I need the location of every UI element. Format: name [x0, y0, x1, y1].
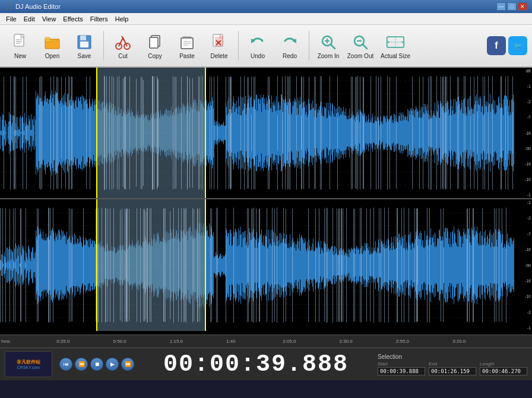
new-button[interactable]: New: [5, 27, 36, 64]
end-label: End: [429, 361, 476, 367]
maximize-button[interactable]: □: [507, 2, 517, 11]
zoom-in-label: Zoom In: [318, 53, 340, 59]
menu-view[interactable]: View: [39, 15, 60, 23]
timeline-ruler: hms 0:25.0 0:50.0 1:15.0 1:40 2:05.0 2:3…: [0, 335, 514, 348]
app-icon: 🎵: [5, 3, 13, 11]
open-button[interactable]: Open: [37, 27, 68, 64]
channel-top[interactable]: dB -1 -2 -7 -16 -90 -16 -10 -1: [0, 68, 532, 199]
logo-text-1: 非凡软件站: [17, 359, 40, 365]
db-scale-bottom: -1 -2 -7 -16 -90 -16 -10 -2 -1: [514, 199, 532, 331]
selection-info: Selection Start End Length: [378, 354, 527, 375]
waveform-top[interactable]: [0, 68, 514, 198]
menu-bar: File Edit View Effects Filters Help: [0, 13, 532, 25]
cut-label: Cut: [118, 53, 128, 59]
minimize-button[interactable]: —: [496, 2, 506, 11]
timeline-hms: hms: [1, 339, 10, 344]
copy-icon: [145, 33, 164, 52]
separator-2: [238, 31, 239, 61]
timeline-255: 2:55.0: [396, 339, 409, 344]
menu-edit[interactable]: Edit: [20, 15, 39, 23]
save-label: Save: [78, 53, 91, 59]
new-label: New: [14, 53, 26, 59]
title-controls[interactable]: — □ ✕: [496, 2, 527, 11]
redo-button[interactable]: Redo: [274, 27, 305, 64]
copy-button[interactable]: Copy: [140, 27, 170, 64]
svg-line-36: [363, 44, 367, 49]
copy-label: Copy: [148, 53, 162, 59]
channel-bottom[interactable]: -1 -2 -7 -16 -90 -16 -10 -2 -1: [0, 199, 532, 331]
title-left: 🎵 DJ Audio Editor: [5, 3, 61, 11]
menu-help[interactable]: Help: [112, 15, 132, 23]
transport-controls[interactable]: ⏮ ⏪ ⏹ ▶ ⏩: [59, 358, 134, 371]
svg-rect-8: [80, 36, 86, 40]
open-label: Open: [45, 53, 59, 59]
toolbar: New Open Save: [0, 25, 532, 68]
timeline-050: 0:50.0: [113, 339, 126, 344]
svg-line-33: [331, 44, 335, 49]
menu-file[interactable]: File: [2, 15, 20, 23]
timeline-115: 1:15.0: [170, 339, 183, 344]
zoom-out-button[interactable]: Zoom Out: [345, 27, 376, 64]
cut-icon: [113, 33, 132, 52]
save-button[interactable]: Save: [69, 27, 100, 64]
waveform-bottom[interactable]: [0, 199, 514, 331]
rewind-button[interactable]: ⏪: [75, 358, 88, 371]
menu-filters[interactable]: Filters: [87, 15, 112, 23]
undo-label: Undo: [251, 53, 265, 59]
save-icon: [75, 33, 94, 52]
logo-area: 非凡软件站 CRSKY.com: [5, 351, 52, 377]
timeline-320: 3:20.0: [452, 339, 466, 344]
zoom-in-button[interactable]: Zoom In: [313, 27, 344, 64]
zoom-in-icon: [319, 33, 338, 52]
timeline-205: 2:05.0: [283, 339, 296, 344]
facebook-button[interactable]: f: [487, 36, 506, 55]
skip-back-button[interactable]: ⏮: [59, 358, 72, 371]
end-input[interactable]: [429, 367, 476, 375]
separator-3: [309, 31, 309, 61]
delete-icon: [210, 33, 229, 52]
actual-size-button[interactable]: Actual Size: [377, 27, 414, 64]
time-display: 00:00:39.888: [141, 351, 370, 378]
zoom-out-label: Zoom Out: [347, 53, 373, 59]
title-bar: 🎵 DJ Audio Editor — □ ✕: [0, 0, 532, 13]
selection-fields: Start End Length: [378, 361, 527, 375]
db-scale-top: dB -1 -2 -7 -16 -90 -16 -10 -1: [514, 68, 532, 198]
delete-button[interactable]: Delete: [204, 27, 235, 64]
undo-button[interactable]: Undo: [242, 27, 273, 64]
paste-button[interactable]: Paste: [172, 27, 202, 64]
timeline: hms 0:25.0 0:50.0 1:15.0 1:40 2:05.0 2:3…: [0, 335, 532, 348]
timeline-230: 2:30.0: [340, 339, 353, 344]
timeline-025: 0:25.0: [56, 339, 69, 344]
paste-label: Paste: [179, 53, 195, 59]
length-input[interactable]: [480, 367, 527, 375]
menu-effects[interactable]: Effects: [59, 15, 86, 23]
start-input[interactable]: [378, 367, 425, 375]
waveform-container[interactable]: dB -1 -2 -7 -16 -90 -16 -10 -1 -1 -2 -7 …: [0, 68, 532, 335]
close-button[interactable]: ✕: [518, 2, 527, 11]
open-icon: [43, 33, 62, 52]
actual-size-label: Actual Size: [381, 53, 410, 59]
twitter-button[interactable]: 🐦: [508, 36, 527, 55]
new-icon: [11, 33, 30, 52]
paste-icon: [178, 33, 197, 52]
svg-rect-17: [150, 37, 158, 48]
start-label: Start: [378, 361, 425, 367]
svg-rect-6: [45, 37, 50, 40]
delete-label: Delete: [211, 53, 228, 59]
play-button[interactable]: ▶: [106, 358, 119, 371]
actual-size-icon: [386, 33, 405, 52]
timeline-140: 1:40: [226, 339, 236, 344]
selection-end-field: End: [429, 361, 476, 375]
selection-start-field: Start: [378, 361, 425, 375]
status-bar: 非凡软件站 CRSKY.com ⏮ ⏪ ⏹ ▶ ⏩ 00:00:39.888 S…: [0, 348, 532, 380]
redo-icon: [280, 33, 299, 52]
selection-length-field: Length: [480, 361, 527, 375]
undo-icon: [248, 33, 267, 52]
stop-button[interactable]: ⏹: [90, 358, 103, 371]
svg-rect-10: [81, 43, 87, 46]
app-title: DJ Audio Editor: [15, 3, 61, 10]
fast-forward-button[interactable]: ⏩: [121, 358, 134, 371]
social-icons: f 🐦: [487, 36, 527, 55]
cut-button[interactable]: Cut: [107, 27, 138, 64]
separator-1: [103, 31, 104, 61]
